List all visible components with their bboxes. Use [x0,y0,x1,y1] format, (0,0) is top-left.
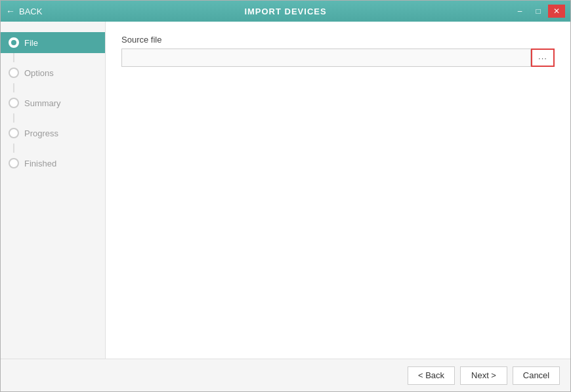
minimize-button[interactable]: – [511,5,528,18]
source-file-row: ··· [121,49,555,67]
step-dot-finished [9,158,19,168]
browse-button[interactable]: ··· [531,49,555,67]
window-title: IMPORT DEVICES [244,7,326,16]
source-file-label: Source file [121,35,555,45]
step-dot-options [9,68,19,78]
maximize-button[interactable]: □ [530,5,547,18]
next-button[interactable]: Next > [460,366,507,385]
step-label-file: File [24,38,38,48]
step-connector-3 [13,113,14,123]
step-dot-file [9,37,19,48]
main-content: Source file ··· [106,22,570,359]
back-arrow-icon: ← [6,6,15,16]
step-dot-summary [9,98,19,108]
step-connector-4 [13,144,14,153]
sidebar-item-options[interactable]: Options [1,62,105,83]
step-label-progress: Progress [24,128,58,138]
step-dot-progress [9,128,19,138]
sidebar-item-progress[interactable]: Progress [1,123,105,144]
source-file-input[interactable] [121,49,531,67]
back-footer-button[interactable]: < Back [408,366,455,385]
close-button[interactable]: ✕ [548,5,565,18]
sidebar-item-summary[interactable]: Summary [1,92,105,113]
back-button[interactable]: ← BACK [6,6,42,16]
body-area: File Options Summary Progress [1,22,570,359]
import-devices-window: ← BACK IMPORT DEVICES – □ ✕ File Options [0,0,571,392]
footer: < Back Next > Cancel [1,359,570,391]
cancel-button[interactable]: Cancel [513,366,560,385]
step-connector-1 [13,53,14,62]
step-connector-2 [13,83,14,92]
back-label: BACK [19,7,42,16]
wizard-sidebar: File Options Summary Progress [1,22,106,359]
step-label-finished: Finished [24,159,56,168]
sidebar-item-file[interactable]: File [1,32,105,53]
sidebar-item-finished[interactable]: Finished [1,153,105,174]
title-bar: ← BACK IMPORT DEVICES – □ ✕ [1,1,570,22]
step-label-options: Options [24,68,54,78]
window-controls: – □ ✕ [511,5,565,18]
step-label-summary: Summary [24,98,61,108]
